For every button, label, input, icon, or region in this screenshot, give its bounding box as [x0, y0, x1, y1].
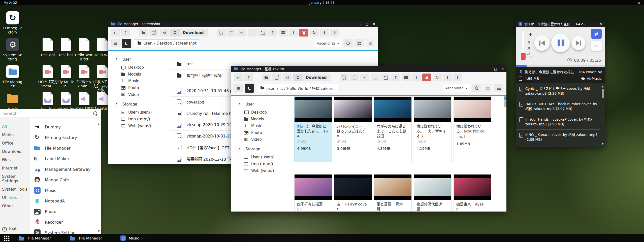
file-tile[interactable]: 吉 _ HarryP cover...	[334, 174, 372, 212]
menu-category[interactable]: All	[0, 122, 30, 131]
sidebar-section-user[interactable]: User	[238, 102, 293, 107]
menu-app-item[interactable]: Management Gateway	[30, 164, 101, 175]
menu-category[interactable]: System Settings	[0, 172, 30, 185]
playlist-item[interactable]: HAPPY BIRTHDAY _ back number cover. by柘榴…	[516, 99, 600, 114]
volume-slider-thumb[interactable]	[521, 53, 526, 60]
file-tile[interactable]: 例えば、今此処に置かれた花に _ 164... .mp3 4.99MB	[294, 96, 332, 162]
menu-app-item[interactable]: Dummy	[30, 122, 101, 132]
breadcrumb[interactable]: user: / ... / Hello World / 柘榴-zakuro-	[257, 84, 338, 92]
toolbar-button[interactable]	[422, 74, 431, 81]
list-view-button[interactable]	[494, 84, 503, 92]
toolbar-button[interactable]	[443, 74, 452, 81]
file-tile[interactable]: 妄想感傷代償連盟...	[414, 174, 452, 212]
taskbar-item[interactable]: Music	[120, 234, 139, 242]
sidebar-tree-item[interactable]: User (user:/)	[115, 109, 170, 116]
progress-bar[interactable]	[516, 65, 605, 67]
search-button[interactable]	[472, 84, 481, 92]
menu-category[interactable]: Files	[0, 156, 30, 164]
taskbar-item[interactable]: File Manager	[70, 234, 102, 242]
menu-app-item[interactable]: System Setting	[30, 227, 101, 234]
scroll-down-icon[interactable]: ▼	[98, 229, 100, 233]
sidebar-tree-item[interactable]: Desktop	[238, 109, 293, 116]
sidebar-tree-item[interactable]: Photo	[238, 129, 293, 136]
grid-view-button[interactable]	[483, 84, 492, 92]
playlist-item[interactable]: In Your Hands _ yusukeP cover. by 柘榴-zak…	[516, 114, 600, 130]
sidebar-tree-item[interactable]: Models	[115, 71, 170, 78]
sort-dropdown[interactable]: Ascending	[442, 84, 470, 92]
pause-button[interactable]	[551, 33, 570, 52]
exit-button[interactable]: Exit	[2, 226, 17, 231]
file-tile[interactable]: 菫と薔薇 _ 青木月...	[374, 174, 412, 212]
menu-app-item[interactable]: Photo	[30, 206, 101, 217]
sidebar-tree-item[interactable]: tmp (tmp:/)	[115, 116, 170, 122]
sidebar-section-storage[interactable]: Storage	[115, 102, 170, 107]
scroll-up-button[interactable]	[504, 96, 506, 100]
search-icon[interactable]	[93, 111, 98, 116]
toolbar-button[interactable]	[160, 29, 169, 37]
sidebar-tree-item[interactable]: Video	[238, 136, 293, 143]
toolbar-button[interactable]	[227, 29, 236, 37]
menu-category[interactable]: Internet	[0, 164, 30, 172]
toolbar-button[interactable]	[121, 29, 130, 37]
title-bar[interactable]: File Manager - 柘榴-zakuro- – □ ✕	[231, 66, 506, 72]
file-tile[interactable]: 命に嫌われている。acoustic co... .mp3 1.69MB	[454, 96, 491, 162]
menu-category[interactable]: Utilities	[0, 193, 30, 202]
sidebar-tree-item[interactable]: User (user:/)	[238, 154, 293, 160]
scroll-up-icon[interactable]: ▲	[98, 122, 100, 126]
sidebar-tree-item[interactable]: Web (web:/)	[115, 122, 170, 129]
brand-label[interactable]: My ArOZ	[4, 1, 17, 5]
desktop-icon[interactable]: 『雪峰～yukimin...	[74, 65, 94, 88]
desktop-icon[interactable]: output.jpg	[56, 92, 76, 111]
toolbar-button[interactable]	[453, 74, 462, 81]
desktop-icon[interactable]: FFmpeg Factory	[3, 11, 23, 34]
desktop-icon[interactable]: Hello World.txt	[74, 38, 94, 61]
close-button[interactable]: ✕	[501, 67, 504, 71]
dark-mode-button[interactable]	[122, 39, 131, 48]
menu-app-item[interactable]: NotepadA	[30, 196, 101, 206]
desktop-icon[interactable]: test.agi	[38, 38, 58, 57]
toolbar-button[interactable]	[258, 29, 267, 37]
minimize-button[interactable]: –	[488, 67, 490, 71]
toolbar-button[interactable]: Download	[293, 74, 331, 81]
toolbar-button[interactable]	[272, 74, 281, 81]
desktop-icon[interactable]: Fly Me To Th...	[56, 65, 76, 88]
next-track-button[interactable]	[571, 36, 586, 50]
sidebar-tree-item[interactable]: Music	[115, 78, 170, 84]
playlist-item[interactable]: Cynic _ ポリスピカデリー cover. by 柘榴-zakuro-.mp…	[516, 84, 600, 99]
toolbar-button[interactable]	[391, 74, 400, 81]
search-input[interactable]	[3, 111, 91, 116]
toolbar-button[interactable]	[237, 29, 246, 37]
maximize-button[interactable]: □	[494, 67, 497, 71]
dark-mode-button[interactable]	[245, 84, 254, 93]
list-view-button[interactable]	[366, 39, 375, 47]
toolbar-button[interactable]	[330, 29, 339, 37]
toolbar-button[interactable]	[268, 29, 277, 37]
sidebar-tree-item[interactable]: Web (web:/)	[238, 167, 293, 174]
sidebar-tree-item[interactable]: Video	[115, 91, 170, 98]
minimize-button[interactable]: –	[360, 22, 361, 26]
volume-slider[interactable]	[522, 30, 525, 56]
menu-category[interactable]: System Tools	[0, 185, 30, 193]
file-tile[interactable]: 君が夜の海に還るまで _ こんにちは谷田... .mp3 4.35MB	[374, 96, 412, 162]
toolbar-button[interactable]	[262, 74, 271, 81]
menu-category[interactable]: Office	[0, 139, 30, 147]
title-bar[interactable]: File Manager - screenshot – □ ✕	[108, 21, 378, 27]
volume-down-label[interactable]: −	[529, 53, 533, 58]
playlist-item[interactable]: KING _ Kanaria cover. by 柘榴-zakuro-.mp3 …	[516, 130, 600, 145]
app-launcher-button[interactable]	[4, 235, 10, 241]
menu-app-item[interactable]: Music	[30, 185, 101, 196]
desktop-icon[interactable]: test.jpg	[38, 92, 58, 111]
sidebar-tree-item[interactable]: Photo	[115, 84, 170, 91]
toolbar-button[interactable]	[320, 29, 329, 37]
file-tile[interactable]: 八月のレイニー _ はるまきごはんco... .mp3 3.06MB	[334, 96, 372, 162]
sort-dropdown[interactable]: Ascending	[314, 40, 342, 47]
taskbar-item[interactable]: File Manager	[19, 234, 51, 242]
desktop-icon[interactable]: File Manager	[3, 65, 23, 88]
previous-track-button[interactable]	[534, 35, 550, 51]
desktop-icon[interactable]: Music	[3, 92, 23, 111]
toolbar-button[interactable]	[310, 29, 319, 37]
toolbar-button[interactable]	[279, 29, 288, 37]
desktop-icon[interactable]: System Setting	[3, 38, 23, 61]
toolbar-button[interactable]	[234, 74, 243, 81]
toolbar-button[interactable]	[299, 29, 308, 37]
